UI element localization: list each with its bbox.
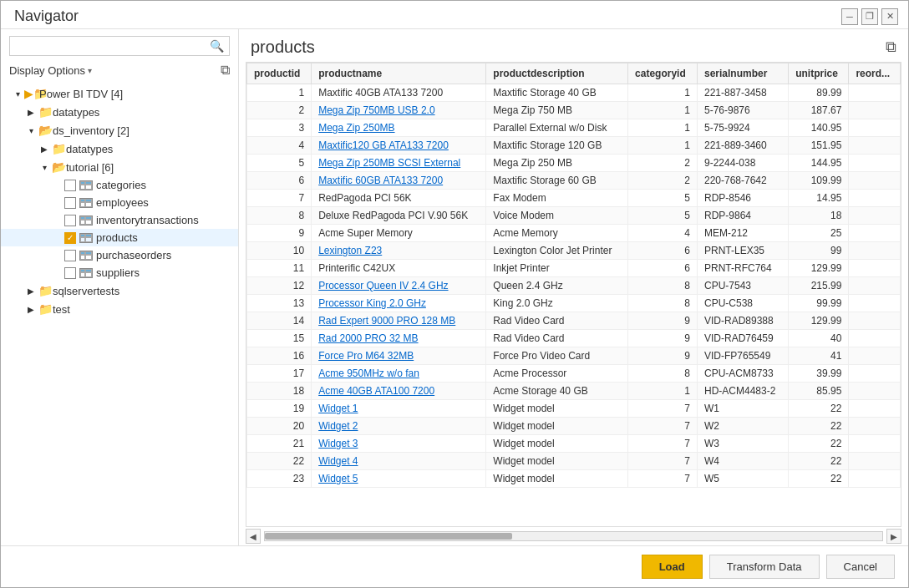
table-cell: Mega Zip 250MB bbox=[312, 119, 486, 137]
table-cell: W3 bbox=[697, 435, 788, 453]
tree-node-sqlservertests[interactable]: ▶ 📁 sqlservertests bbox=[1, 281, 238, 300]
col-reord: reord... bbox=[849, 63, 901, 84]
tree-node-datatypes-1[interactable]: ▶ 📁 datatypes bbox=[1, 103, 238, 121]
scroll-right-button[interactable]: ▶ bbox=[886, 529, 901, 544]
left-panel: 🔍 Display Options ▾ ⧉ ▾ ▶📁 Power BI TDV … bbox=[1, 29, 239, 545]
table-cell: 23 bbox=[247, 470, 312, 488]
table-cell: 21 bbox=[247, 435, 312, 453]
table-cell: HD-ACM4483-2 bbox=[697, 383, 788, 400]
tree-node-suppliers[interactable]: ▶ suppliers bbox=[1, 264, 238, 281]
load-button[interactable]: Load bbox=[642, 555, 703, 579]
tree-node-test[interactable]: ▶ 📁 test bbox=[1, 300, 238, 318]
table-cell: Rad Video Card bbox=[486, 330, 628, 347]
table-cell: 7 bbox=[628, 400, 698, 418]
preview-save-icon[interactable]: ⧉ bbox=[886, 38, 896, 56]
table-cell: RedPagoda PCI 56K bbox=[312, 190, 486, 207]
table-cell: Processor King 2.0 GHz bbox=[312, 295, 486, 312]
minimize-button[interactable]: ─ bbox=[841, 8, 858, 25]
table-cell: 9 bbox=[628, 312, 698, 330]
tree-node-inventorytransactions[interactable]: ▶ inventorytransactions bbox=[1, 211, 238, 229]
employees-checkbox[interactable] bbox=[64, 197, 76, 209]
table-cell bbox=[849, 400, 901, 418]
purchaseorders-checkbox[interactable] bbox=[64, 250, 76, 261]
save-to-file-icon[interactable]: ⧉ bbox=[221, 63, 230, 78]
table-cell: W5 bbox=[697, 470, 788, 488]
table-cell: Force Pro M64 32MB bbox=[312, 347, 486, 365]
table-cell: Widget model bbox=[486, 470, 628, 488]
transform-data-button[interactable]: Transform Data bbox=[709, 555, 820, 579]
table-cell: CPU-7543 bbox=[697, 277, 788, 295]
table-cell: RDP-9864 bbox=[697, 207, 788, 225]
table-cell: 7 bbox=[628, 453, 698, 470]
tree-node-purchaseorders[interactable]: ▶ purchaseorders bbox=[1, 246, 238, 264]
tree-node-datatypes-2[interactable]: ▶ 📁 datatypes bbox=[1, 139, 238, 158]
node-label: ds_inventory [2] bbox=[53, 124, 129, 137]
table-cell: 8 bbox=[247, 207, 312, 225]
table-row: 7RedPagoda PCI 56KFax Modem5RDP-854614.9… bbox=[247, 190, 901, 207]
table-row: 10Lexington Z23Lexington Color Jet Print… bbox=[247, 242, 901, 260]
search-icon: 🔍 bbox=[210, 39, 224, 53]
tree-node-pbi-tdv[interactable]: ▾ ▶📁 Power BI TDV [4] bbox=[1, 84, 238, 103]
table-cell: Force Pro Video Card bbox=[486, 347, 628, 365]
col-serialnumber: serialnumber bbox=[697, 63, 788, 84]
suppliers-checkbox[interactable] bbox=[64, 267, 76, 279]
table-cell bbox=[849, 453, 901, 470]
cancel-button[interactable]: Cancel bbox=[826, 555, 895, 579]
table-cell: 7 bbox=[628, 435, 698, 453]
table-cell: 14.95 bbox=[789, 190, 849, 207]
table-row: 13Processor King 2.0 GHzKing 2.0 GHz8CPU… bbox=[247, 295, 901, 312]
restore-button[interactable]: ❐ bbox=[861, 8, 878, 25]
table-cell: 3 bbox=[247, 119, 312, 137]
table-cell: CPU-C538 bbox=[697, 295, 788, 312]
table-cell: Acme Super Memory bbox=[312, 225, 486, 242]
tree-node-products[interactable]: ▶ ✓ products bbox=[1, 229, 238, 246]
table-wrapper[interactable]: productid productname productdescription… bbox=[246, 62, 901, 527]
tree-node-employees[interactable]: ▶ employees bbox=[1, 194, 238, 211]
products-checkbox[interactable]: ✓ bbox=[64, 232, 76, 244]
table-cell: 25 bbox=[789, 225, 849, 242]
table-icon bbox=[79, 215, 93, 226]
table-cell: Maxtific Storage 60 GB bbox=[486, 172, 628, 190]
categories-checkbox[interactable] bbox=[64, 180, 76, 191]
horizontal-scrollbar[interactable] bbox=[264, 531, 883, 541]
table-cell: PRNT-RFC764 bbox=[697, 260, 788, 277]
tree-node-ds-inventory[interactable]: ▾ 📂 ds_inventory [2] bbox=[1, 121, 238, 139]
table-cell: 6 bbox=[247, 172, 312, 190]
table-cell: 40 bbox=[789, 330, 849, 347]
table-cell: 5 bbox=[628, 207, 698, 225]
table-icon bbox=[79, 198, 93, 208]
table-cell: Widget model bbox=[486, 400, 628, 418]
table-cell: 15 bbox=[247, 330, 312, 347]
table-cell: Fax Modem bbox=[486, 190, 628, 207]
table-row: 20Widget 2Widget model7W222 bbox=[247, 418, 901, 435]
table-cell bbox=[849, 260, 901, 277]
inventorytransactions-checkbox[interactable] bbox=[64, 215, 76, 226]
node-label: test bbox=[53, 303, 70, 316]
table-cell bbox=[849, 102, 901, 119]
table-row: 6Maxtific 60GB ATA133 7200Maxtific Stora… bbox=[247, 172, 901, 190]
table-cell: 9-2244-038 bbox=[697, 155, 788, 172]
table-cell: Parallel External w/o Disk bbox=[486, 119, 628, 137]
table-cell: 1 bbox=[628, 119, 698, 137]
table-row: 5Mega Zip 250MB SCSI ExternalMega Zip 25… bbox=[247, 155, 901, 172]
table-cell: 7 bbox=[628, 418, 698, 435]
table-cell: 144.95 bbox=[789, 155, 849, 172]
table-cell: 5-76-9876 bbox=[697, 102, 788, 119]
chevron-icon: ▶ bbox=[24, 286, 38, 296]
display-options-button[interactable]: Display Options ▾ bbox=[9, 64, 92, 77]
table-cell: 20 bbox=[247, 418, 312, 435]
search-input[interactable] bbox=[15, 40, 210, 53]
tree-node-tutorial[interactable]: ▾ 📂 tutorial [6] bbox=[1, 158, 238, 176]
tree-node-categories[interactable]: ▶ categories bbox=[1, 176, 238, 194]
table-cell bbox=[849, 418, 901, 435]
scroll-left-button[interactable]: ◀ bbox=[246, 529, 261, 544]
chevron-icon: ▶ bbox=[38, 144, 51, 154]
table-cell: PRNT-LEX35 bbox=[697, 242, 788, 260]
table-cell: Widget 2 bbox=[312, 418, 486, 435]
table-cell: Maxtific 60GB ATA133 7200 bbox=[312, 172, 486, 190]
table-row: 9Acme Super MemoryAcme Memory4MEM-21225 bbox=[247, 225, 901, 242]
table-icon bbox=[79, 180, 93, 190]
close-button[interactable]: ✕ bbox=[881, 8, 898, 25]
table-cell: 22 bbox=[789, 418, 849, 435]
table-cell: Acme Storage 40 GB bbox=[486, 383, 628, 400]
